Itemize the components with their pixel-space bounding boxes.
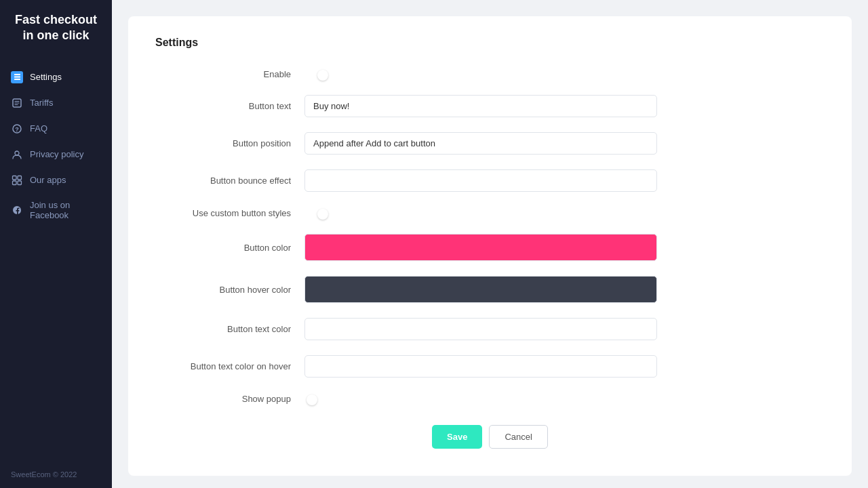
- sidebar-item-settings[interactable]: Settings: [0, 64, 112, 90]
- svg-text:?: ?: [15, 126, 19, 133]
- sidebar-item-apps[interactable]: Our apps: [0, 167, 112, 193]
- button-text-hover-row: Button text color on hover: [155, 355, 825, 378]
- sidebar-item-apps-label: Our apps: [30, 175, 66, 185]
- button-text-input[interactable]: [304, 95, 657, 117]
- sidebar: Fast checkoutin one click Settings: [0, 0, 112, 488]
- settings-icon: [11, 71, 23, 83]
- footer-text: SweetEcom © 2022: [0, 461, 112, 488]
- svg-rect-9: [13, 181, 17, 185]
- facebook-icon: [11, 204, 23, 216]
- button-text-hover-label: Button text color on hover: [155, 361, 304, 371]
- sidebar-item-privacy[interactable]: Privacy policy: [0, 142, 112, 167]
- settings-card: Settings Enable Button text Button posit…: [128, 16, 852, 476]
- button-color-swatch[interactable]: [304, 234, 657, 261]
- button-bounce-control: [304, 169, 657, 192]
- enable-row: Enable: [155, 68, 825, 80]
- enable-label: Enable: [155, 69, 304, 79]
- save-button[interactable]: Save: [432, 425, 482, 449]
- button-text-row: Button text: [155, 95, 825, 117]
- button-position-row: Button position: [155, 132, 825, 155]
- sidebar-item-privacy-label: Privacy policy: [30, 149, 83, 159]
- button-text-hover-control: [304, 355, 657, 378]
- page-title: Settings: [155, 37, 825, 49]
- enable-control: [304, 68, 657, 80]
- faq-icon: ?: [11, 123, 23, 135]
- button-hover-color-row: Button hover color: [155, 276, 825, 303]
- button-text-color-label: Button text color: [155, 324, 304, 334]
- button-color-label: Button color: [155, 243, 304, 253]
- button-position-input[interactable]: [304, 132, 657, 155]
- button-text-color-control: [304, 318, 657, 340]
- svg-rect-0: [14, 74, 20, 75]
- button-text-color-input[interactable]: [304, 318, 657, 340]
- form-actions: Save Cancel: [155, 425, 825, 449]
- sidebar-item-tariffs[interactable]: Tariffs: [0, 90, 112, 116]
- show-popup-control: [304, 392, 657, 405]
- button-bounce-label: Button bounce effect: [155, 176, 304, 186]
- app-logo: Fast checkoutin one click: [0, 0, 112, 58]
- button-text-hover-input[interactable]: [304, 355, 657, 378]
- svg-rect-2: [14, 79, 20, 80]
- button-color-control: [304, 234, 657, 261]
- button-color-row: Button color: [155, 234, 825, 261]
- button-position-control: [304, 132, 657, 155]
- sidebar-item-facebook[interactable]: Join us on Facebook: [0, 193, 112, 227]
- button-hover-color-swatch[interactable]: [304, 276, 657, 303]
- svg-point-6: [15, 151, 19, 155]
- sidebar-item-facebook-label: Join us on Facebook: [30, 200, 101, 220]
- button-hover-color-label: Button hover color: [155, 285, 304, 295]
- button-bounce-row: Button bounce effect: [155, 169, 825, 192]
- sidebar-item-tariffs-label: Tariffs: [30, 98, 53, 108]
- tariffs-icon: [11, 97, 23, 109]
- custom-styles-label: Use custom button styles: [155, 208, 304, 218]
- show-popup-label: Show popup: [155, 394, 304, 404]
- button-text-label: Button text: [155, 101, 304, 111]
- sidebar-nav: Settings Tariffs ? FAQ: [0, 58, 112, 461]
- button-text-color-row: Button text color: [155, 318, 825, 340]
- custom-styles-control: [304, 207, 657, 219]
- sidebar-item-faq-label: FAQ: [30, 123, 47, 134]
- show-popup-row: Show popup: [155, 392, 825, 405]
- main-content: Settings Enable Button text Button posit…: [112, 0, 868, 488]
- svg-rect-8: [18, 176, 22, 180]
- svg-rect-10: [18, 181, 22, 185]
- button-bounce-input[interactable]: [304, 169, 657, 192]
- cancel-button[interactable]: Cancel: [489, 425, 547, 449]
- sidebar-item-faq[interactable]: ? FAQ: [0, 116, 112, 142]
- svg-rect-1: [14, 77, 20, 78]
- button-position-label: Button position: [155, 138, 304, 148]
- privacy-icon: [11, 148, 23, 161]
- apps-icon: [11, 174, 23, 186]
- svg-rect-7: [13, 176, 17, 180]
- sidebar-item-settings-label: Settings: [30, 72, 62, 82]
- custom-styles-row: Use custom button styles: [155, 207, 825, 219]
- button-hover-color-control: [304, 276, 657, 303]
- button-text-control: [304, 95, 657, 117]
